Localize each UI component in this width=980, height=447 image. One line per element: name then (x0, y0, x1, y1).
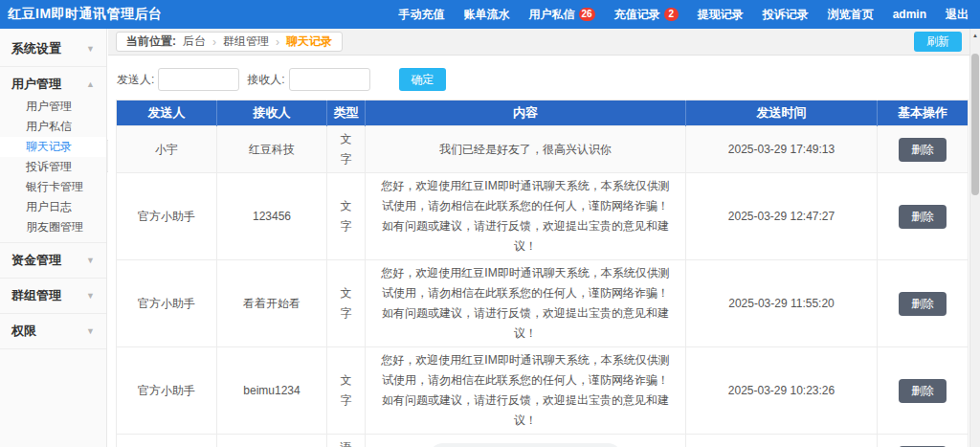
confirm-button[interactable]: 确定 (399, 68, 446, 91)
divider (0, 348, 106, 349)
cell-sender: 官方小助手 (117, 260, 217, 347)
admin-page: 红豆IM即时通讯管理后台 手动充值 账单流水 用户私信26 充值记录2 提现记录… (0, 0, 980, 447)
scroll-up-icon[interactable]: ▲ (970, 29, 980, 41)
topnav-item-admin-user[interactable]: admin (893, 8, 926, 21)
sidebar-item-label: 聊天记录 (26, 140, 72, 153)
sidebar-item-bankcard-management[interactable]: 银行卡管理 (0, 177, 106, 197)
delete-button[interactable]: 删除 (899, 138, 947, 162)
sidebar-section-permissions[interactable]: 权限 ▼ (0, 319, 106, 344)
cell-time: 2025-03-29 12:47:27 (686, 173, 878, 260)
topnav-label: 用户私信 (529, 7, 575, 23)
breadcrumb-item-backend[interactable]: 后台 (183, 34, 206, 50)
topnav-label: 账单流水 (464, 7, 510, 23)
sender-filter-label: 发送人: (117, 72, 154, 88)
chevron-right-icon: › (276, 35, 279, 49)
cell-receiver: beimu1234 (217, 347, 327, 435)
cell-sender: 官方小助手 (117, 173, 217, 260)
sidebar-item-user-management[interactable]: 用户管理 (0, 97, 106, 117)
cell-receiver: 鸡你太美 (217, 435, 327, 447)
divider (0, 278, 106, 279)
delete-button[interactable]: 删除 (899, 379, 947, 403)
divider (0, 242, 106, 243)
topnav-label: 充值记录 (614, 7, 660, 23)
breadcrumb: 当前位置: 后台 › 群组管理 › 聊天记录 (116, 32, 343, 52)
sidebar-section-funds-management[interactable]: 资金管理 ▼ (0, 248, 106, 273)
delete-button[interactable]: 删除 (899, 292, 947, 316)
sidebar-item-moments-management[interactable]: 朋友圈管理 (0, 217, 106, 237)
sidebar-item-label: 用户日志 (26, 200, 72, 213)
table-row: 官方小助手 beimu1234 文字 您好，欢迎使用红豆IM即时通讯聊天系统，本… (117, 347, 969, 435)
sidebar-item-chat-records[interactable]: 聊天记录 (0, 137, 106, 157)
chevron-down-icon: ▼ (86, 36, 95, 61)
sidebar-section-user-management[interactable]: 用户管理 ▲ (0, 72, 106, 97)
cell-content: 您好，欢迎使用红豆IM即时通讯聊天系统，本系统仅供测试使用，请勿相信在此联系您的… (366, 347, 686, 435)
cell-actions: 删除 (878, 126, 969, 173)
topnav-label: 退出 (946, 7, 969, 23)
delete-button[interactable]: 删除 (899, 205, 947, 229)
cell-type: 文字 (327, 347, 366, 435)
sidebar-item-complaint-management[interactable]: 投诉管理 (0, 157, 106, 177)
sidebar-section-label: 群组管理 (11, 283, 61, 308)
cell-sender: 小宇 (117, 126, 217, 173)
chevron-right-icon: › (212, 35, 216, 49)
breadcrumb-item-group-management[interactable]: 群组管理 (223, 34, 269, 50)
refresh-button[interactable]: 刷新 (914, 32, 962, 52)
header-send-time: 发送时间 (686, 101, 878, 126)
cell-content: ▶ 0:00 / 0:02 ⋮ (366, 435, 686, 447)
cell-type: 文字 (327, 260, 366, 347)
cell-sender: 小宇 (117, 435, 217, 447)
header-content: 内容 (366, 101, 686, 126)
cell-actions: 删除 (878, 347, 969, 435)
cell-time: 2025-03-29 05:00:52 (686, 435, 878, 447)
chevron-down-icon: ▼ (86, 319, 95, 344)
sidebar-section-label: 用户管理 (11, 72, 61, 97)
audio-player[interactable]: ▶ 0:00 / 0:02 ⋮ (429, 443, 622, 447)
topnav-label: 投诉记录 (763, 7, 809, 23)
cell-receiver: 123456 (217, 173, 327, 260)
divider (0, 66, 106, 67)
topnav-item-withdraw-records[interactable]: 提现记录 (698, 7, 744, 23)
sidebar-section-system-settings[interactable]: 系统设置 ▼ (0, 36, 106, 61)
cell-time: 2025-03-29 17:49:13 (686, 126, 878, 173)
scrollbar-thumb[interactable] (971, 54, 979, 195)
topnav-item-complaint-records[interactable]: 投诉记录 (763, 7, 809, 23)
sidebar-section-label: 系统设置 (11, 36, 61, 61)
recharge-count-badge: 2 (664, 8, 679, 21)
sidebar-item-label: 用户管理 (26, 100, 72, 113)
topnav-item-recharge-records[interactable]: 充值记录2 (614, 7, 679, 23)
topnav-item-billing-flow[interactable]: 账单流水 (464, 7, 510, 23)
sender-input[interactable] (158, 68, 239, 91)
top-nav: 手动充值 账单流水 用户私信26 充值记录2 提现记录 投诉记录 浏览首页 ad… (399, 7, 969, 23)
sidebar-section-label: 权限 (11, 319, 36, 344)
cell-receiver: 红豆科技 (217, 126, 327, 173)
sidebar-item-user-logs[interactable]: 用户日志 (0, 197, 106, 217)
cell-receiver: 看着开始看 (217, 260, 327, 347)
table-row: 官方小助手 看着开始看 文字 您好，欢迎使用红豆IM即时通讯聊天系统，本系统仅供… (117, 260, 969, 347)
filter-bar: 发送人: 接收人: 确定 (117, 68, 969, 91)
topnav-item-user-messages[interactable]: 用户私信26 (529, 7, 595, 23)
sidebar-item-user-messages[interactable]: 用户私信 (0, 117, 106, 137)
main-content: 发送人: 接收人: 确定 发送人 接收人 类型 内容 发送时间 基本操作 (108, 56, 969, 447)
topnav-item-manual-recharge[interactable]: 手动充值 (399, 7, 445, 23)
topnav-item-logout[interactable]: 退出 (946, 7, 969, 23)
cell-content: 您好，欢迎使用红豆IM即时通讯聊天系统，本系统仅供测试使用，请勿相信在此联系您的… (366, 260, 686, 347)
sidebar-section-group-management[interactable]: 群组管理 ▼ (0, 283, 106, 308)
topnav-item-view-homepage[interactable]: 浏览首页 (828, 7, 874, 23)
cell-actions: 删除 (878, 173, 969, 260)
table-header-row: 发送人 接收人 类型 内容 发送时间 基本操作 (117, 101, 969, 126)
sidebar-item-label: 用户私信 (26, 120, 72, 133)
topnav-label: 手动充值 (399, 7, 445, 23)
breadcrumb-bar: 当前位置: 后台 › 群组管理 › 聊天记录 刷新 (108, 29, 969, 56)
table-row: 小宇 鸡你太美 语音 ▶ 0:00 / 0:02 ⋮ (117, 435, 969, 447)
divider (0, 313, 106, 314)
sidebar-section-label: 资金管理 (11, 248, 61, 273)
receiver-input[interactable] (289, 68, 370, 91)
receiver-filter-label: 接收人: (247, 72, 284, 88)
unread-count-badge: 26 (579, 8, 595, 21)
cell-type: 文字 (327, 173, 366, 260)
sidebar-item-label: 银行卡管理 (26, 180, 83, 193)
cell-time: 2025-03-29 10:23:26 (686, 347, 878, 435)
cell-content: 您好，欢迎使用红豆IM即时通讯聊天系统，本系统仅供测试使用，请勿相信在此联系您的… (366, 173, 686, 260)
breadcrumb-item-chat-records: 聊天记录 (286, 34, 332, 50)
vertical-scrollbar[interactable]: ▲ (969, 29, 980, 447)
